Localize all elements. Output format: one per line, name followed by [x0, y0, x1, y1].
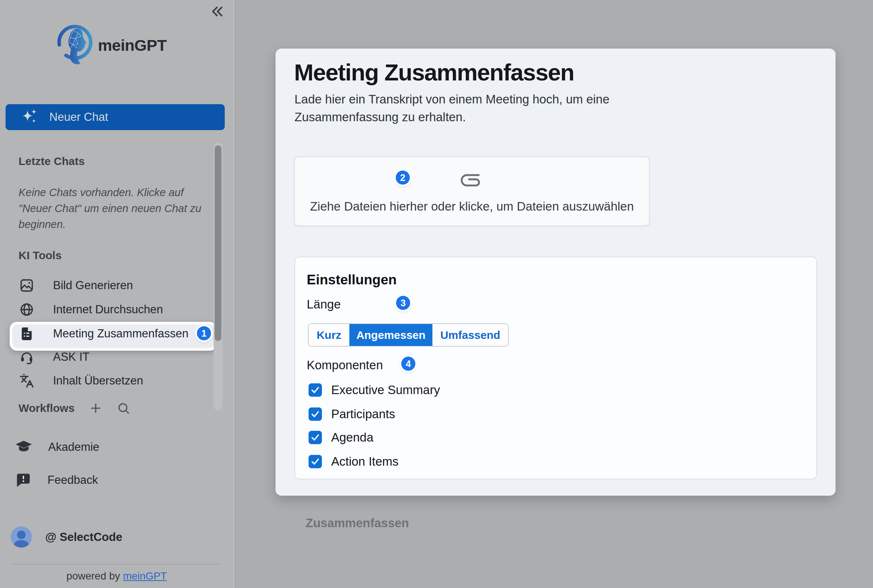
meeting-summary-card: Meeting Zusammenfassen Lade hier ein Tra… — [276, 49, 836, 496]
headset-icon — [19, 350, 34, 364]
meingpt-link[interactable]: meinGPT — [123, 570, 167, 582]
sidebar-item-internet-durchsuchen[interactable]: Internet Durchsuchen — [10, 299, 213, 320]
sidebar-item-akademie[interactable]: Akademie — [15, 438, 99, 456]
sidebar-item-label: ASK IT — [53, 350, 89, 364]
component-label: Action Items — [331, 454, 399, 469]
sidebar-item-label: Inhalt Übersetzen — [53, 374, 143, 387]
plus-icon — [88, 401, 103, 415]
powered-by-text: powered by — [66, 570, 123, 582]
workflows-heading: Workflows — [18, 402, 75, 414]
app-logo: meinGPT — [56, 22, 166, 68]
tutorial-step-badge-4: 4 — [401, 357, 416, 371]
sidebar: meinGPT Neuer Chat Letzte Chats Keine Ch… — [0, 0, 234, 588]
divider — [12, 564, 221, 565]
new-chat-button[interactable]: Neuer Chat — [6, 104, 225, 130]
user-avatar — [11, 526, 32, 548]
tutorial-step-badge-1: 1 — [197, 326, 211, 340]
length-option-kurz[interactable]: Kurz — [309, 324, 350, 346]
new-chat-label: Neuer Chat — [50, 111, 108, 124]
sidebar-item-label: Akademie — [48, 441, 99, 454]
paperclip-icon — [459, 172, 485, 190]
dropzone-instruction: Ziehe Dateien hierher oder klicke, um Da… — [295, 200, 649, 213]
sidebar-item-bild-generieren[interactable]: Bild Generieren — [10, 275, 213, 296]
summarize-button[interactable]: Zusammenfassen — [306, 516, 409, 530]
sidebar-item-label: Bild Generieren — [53, 279, 133, 292]
chevrons-left-icon — [209, 3, 225, 21]
workflows-header: Workflows — [18, 401, 130, 415]
component-label: Agenda — [331, 430, 374, 444]
graduation-cap-icon — [15, 438, 33, 456]
image-icon — [19, 278, 34, 293]
components-label: Komponenten — [307, 358, 383, 372]
length-label: Länge — [307, 297, 341, 311]
app-window: meinGPT Neuer Chat Letzte Chats Keine Ch… — [0, 0, 873, 588]
sidebar-scrollbar-thumb[interactable] — [215, 146, 221, 341]
translate-icon — [19, 374, 34, 388]
page-subtitle: Lade hier ein Transkript von einem Meeti… — [294, 90, 632, 126]
length-segmented-control: Kurz Angemessen Umfassend — [308, 323, 509, 346]
tutorial-step-badge-3: 3 — [396, 296, 410, 310]
user-account-row[interactable]: @ SelectCode — [11, 526, 122, 548]
component-checkbox-row[interactable]: Action Items — [309, 454, 399, 469]
component-label: Executive Summary — [331, 383, 440, 397]
settings-heading: Einstellungen — [307, 272, 397, 288]
sidebar-item-inhalt-uebersetzen[interactable]: Inhalt Übersetzen — [10, 370, 213, 392]
app-title: meinGPT — [98, 36, 166, 54]
file-dropzone[interactable]: 2 Ziehe Dateien hierher oder klicke, um … — [294, 156, 650, 226]
page-title: Meeting Zusammenfassen — [294, 59, 574, 86]
ki-tools-heading: KI Tools — [18, 249, 62, 262]
user-name: @ SelectCode — [45, 531, 122, 544]
length-option-umfassend[interactable]: Umfassend — [432, 324, 508, 346]
component-checkbox-row[interactable]: Participants — [309, 407, 395, 421]
sidebar-item-meeting-zusammenfassen[interactable]: Meeting Zusammenfassen — [10, 323, 213, 344]
sidebar-item-label: Internet Durchsuchen — [53, 303, 163, 316]
sidebar-item-label: Feedback — [48, 474, 98, 487]
file-icon — [19, 326, 34, 341]
globe-icon — [19, 302, 34, 317]
sidebar-item-feedback[interactable]: Feedback — [15, 472, 98, 489]
component-label: Participants — [331, 407, 395, 421]
component-checkbox-row[interactable]: Executive Summary — [309, 383, 440, 397]
recent-chats-heading: Letzte Chats — [18, 155, 84, 168]
checkbox-checked-icon[interactable] — [309, 383, 322, 397]
checkbox-checked-icon[interactable] — [309, 455, 322, 468]
component-checkbox-row[interactable]: Agenda — [309, 430, 374, 444]
collapse-sidebar-button[interactable] — [208, 3, 226, 21]
tutorial-step-badge-2: 2 — [396, 171, 410, 184]
search-icon — [117, 402, 130, 415]
sparkles-icon — [21, 108, 38, 126]
sidebar-item-label: Meeting Zusammenfassen — [53, 327, 188, 340]
search-workflows-button[interactable] — [117, 402, 130, 415]
checkbox-checked-icon[interactable] — [309, 431, 322, 444]
checkbox-checked-icon[interactable] — [309, 408, 322, 421]
empty-chats-message: Keine Chats vorhanden. Klicke auf "Neuer… — [18, 184, 216, 232]
powered-by-footer: powered by meinGPT — [0, 570, 233, 582]
meingpt-logo-icon — [56, 22, 94, 68]
length-option-angemessen[interactable]: Angemessen — [350, 324, 432, 346]
sidebar-item-ask-it[interactable]: ASK IT — [10, 346, 213, 368]
settings-panel: Einstellungen Länge 3 Kurz Angemessen Um… — [294, 256, 817, 479]
add-workflow-button[interactable] — [88, 401, 103, 415]
feedback-icon — [15, 472, 32, 489]
